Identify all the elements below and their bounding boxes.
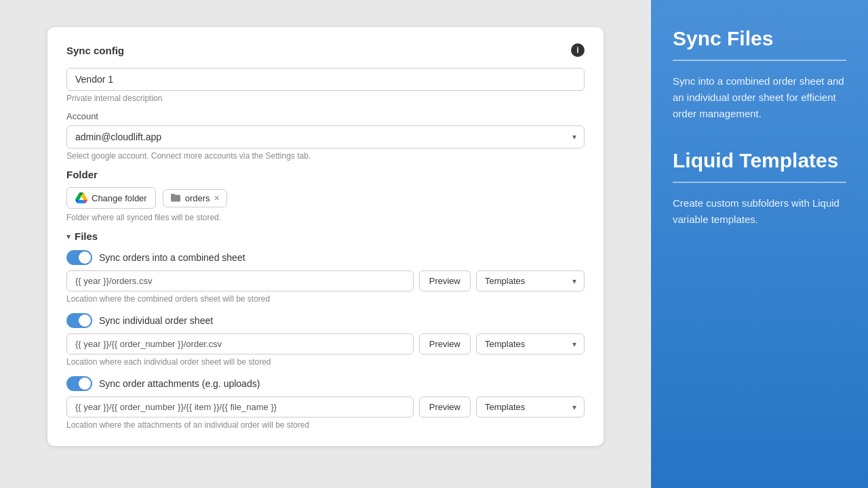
combined-sheet-toggle-row: Sync orders into a combined sheet (66, 250, 585, 265)
liquid-templates-description: Create custom subfolders with Liquid var… (673, 195, 846, 228)
left-panel: Sync config i Private internal descripti… (0, 0, 651, 488)
files-chevron-icon: ▾ (66, 232, 71, 241)
liquid-templates-section: Liquid Templates Create custom subfolder… (673, 149, 846, 228)
account-select[interactable]: admin@cloudlift.app (66, 125, 585, 148)
individual-path-input[interactable] (66, 333, 414, 354)
combined-templates-select[interactable]: Templates (476, 270, 585, 291)
sync-files-title: Sync Files (673, 27, 846, 50)
attachments-path-hint: Location where the attachments of an ind… (66, 420, 585, 430)
individual-templates-wrapper: Templates ▾ (476, 333, 585, 354)
account-hint: Select google account. Connect more acco… (66, 151, 585, 161)
files-header: ▾ Files (66, 230, 585, 242)
attachments-templates-wrapper: Templates ▾ (476, 396, 585, 418)
attachments-preview-button[interactable]: Preview (419, 396, 471, 418)
right-panel: Sync Files Sync into a combined order sh… (651, 0, 868, 488)
combined-sheet-toggle[interactable] (66, 250, 92, 265)
folder-icon (170, 193, 181, 203)
combined-sheet-label: Sync orders into a combined sheet (99, 252, 245, 263)
sync-files-description: Sync into a combined order sheet and an … (673, 73, 846, 122)
combined-templates-wrapper: Templates ▾ (476, 270, 585, 291)
attachments-toggle-row: Sync order attachments (e.g. uploads) (66, 376, 585, 391)
section1-divider (673, 60, 846, 61)
combined-preview-button[interactable]: Preview (419, 270, 471, 291)
individual-templates-select[interactable]: Templates (476, 333, 585, 354)
individual-path-hint: Location where each individual order she… (66, 357, 585, 367)
folder-controls: Change folder orders × (66, 187, 585, 209)
sync-files-section: Sync Files Sync into a combined order sh… (673, 27, 846, 122)
vendor-input[interactable] (66, 68, 585, 91)
individual-label: Sync individual order sheet (99, 315, 213, 326)
attachments-label: Sync order attachments (e.g. uploads) (99, 378, 260, 389)
vendor-hint: Private internal description (66, 94, 585, 103)
info-icon[interactable]: i (571, 43, 585, 57)
attachments-toggle[interactable] (66, 376, 92, 391)
files-title: Files (75, 230, 98, 242)
individual-path-row: Preview Templates ▾ (66, 333, 585, 354)
individual-preview-button[interactable]: Preview (419, 333, 471, 354)
folder-tag: orders × (163, 189, 227, 207)
individual-toggle-row: Sync individual order sheet (66, 313, 585, 328)
attachments-path-row: Preview Templates ▾ (66, 396, 585, 418)
folder-hint: Folder where all synced files will be st… (66, 213, 585, 222)
account-select-wrapper: admin@cloudlift.app ▾ (66, 125, 585, 148)
combined-path-hint: Location where the combined orders sheet… (66, 294, 585, 304)
change-folder-button[interactable]: Change folder (66, 187, 156, 209)
card-title: Sync config (66, 45, 124, 56)
individual-toggle[interactable] (66, 313, 92, 328)
folder-name: orders (185, 193, 210, 203)
liquid-templates-title: Liquid Templates (673, 149, 846, 172)
account-label: Account (66, 111, 585, 121)
section2-divider (673, 182, 846, 183)
change-folder-label: Change folder (92, 193, 147, 203)
google-drive-icon (75, 192, 87, 204)
folder-remove-icon[interactable]: × (214, 193, 220, 203)
combined-path-input[interactable] (66, 270, 414, 291)
attachments-templates-select[interactable]: Templates (476, 396, 585, 418)
folder-title: Folder (66, 169, 585, 180)
sync-config-card: Sync config i Private internal descripti… (47, 27, 604, 446)
attachments-path-input[interactable] (66, 396, 414, 418)
combined-path-row: Preview Templates ▾ (66, 270, 585, 291)
card-header: Sync config i (66, 43, 585, 57)
